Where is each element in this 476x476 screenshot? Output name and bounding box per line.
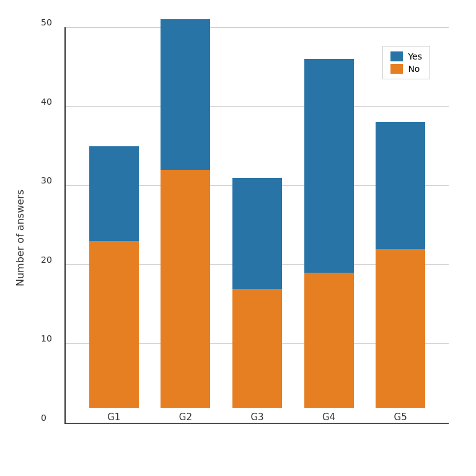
bar-stack: [232, 178, 282, 408]
bar-x-label: G1: [107, 412, 120, 423]
bar-yes: [232, 178, 282, 289]
y-tick-label: 20: [41, 255, 52, 265]
bar-yes: [304, 59, 354, 273]
bar-x-label: G5: [394, 412, 407, 423]
bar-x-label: G4: [322, 412, 335, 423]
legend-yes: Yes: [390, 51, 422, 61]
bar-no: [376, 249, 425, 408]
y-tick-label: 10: [41, 333, 52, 343]
bar-stack: [89, 146, 139, 408]
bar-group-g2: G2: [150, 19, 222, 423]
y-tick-label: 40: [41, 97, 52, 107]
bar-yes: [376, 122, 425, 249]
legend: Yes No: [382, 46, 430, 79]
bar-no: [89, 241, 139, 408]
bar-group-g5: G5: [364, 122, 436, 423]
bar-no: [161, 170, 210, 408]
y-tick-label: 50: [41, 17, 52, 27]
bar-group-g3: G3: [221, 178, 293, 423]
bar-no: [232, 289, 282, 408]
legend-no: No: [390, 64, 422, 74]
bar-x-label: G2: [179, 412, 192, 423]
y-axis-label: Number of answers: [14, 190, 26, 286]
bar-x-label: G3: [250, 412, 263, 423]
y-tick-label: 30: [41, 175, 52, 185]
chart-container: Number of answers 01020304050 G1G2G3G4G5…: [15, 15, 461, 461]
bar-group-g1: G1: [78, 146, 150, 423]
bar-group-g4: G4: [293, 59, 365, 423]
bar-yes: [161, 19, 210, 170]
bar-stack: [304, 59, 354, 408]
bar-no: [304, 273, 354, 408]
y-tick-label: 0: [41, 413, 46, 423]
chart-area: 01020304050 G1G2G3G4G5 Yes No: [64, 27, 449, 424]
bar-yes: [89, 146, 139, 242]
legend-no-label: No: [408, 64, 420, 74]
legend-yes-color: [390, 51, 403, 61]
bar-stack: [161, 19, 210, 408]
bar-stack: [376, 122, 425, 408]
bars-container: G1G2G3G4G5: [66, 27, 449, 423]
legend-yes-label: Yes: [408, 51, 422, 61]
legend-no-color: [390, 64, 403, 74]
